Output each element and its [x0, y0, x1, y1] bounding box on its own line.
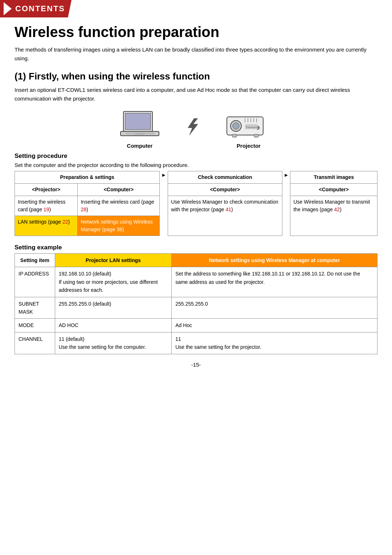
flow-computer-row1: Inserting the wireless card (page 28)	[78, 196, 160, 216]
proj-page19: 19	[44, 207, 49, 212]
page-title: Wireless function preparation	[15, 24, 377, 40]
proj-page22: 22	[62, 219, 68, 225]
example-projector-3: 11 (default) Use the same setting for th…	[55, 332, 171, 354]
svg-rect-1	[125, 113, 151, 130]
example-col-network-header: Network settings using Wireless Manager …	[172, 254, 377, 267]
section1-intro: Insert an optional ET-CDWL1 series wirel…	[15, 86, 377, 103]
flow-arrow1: ►	[160, 171, 168, 236]
flow-col1-header: Preparation & settings	[15, 171, 160, 184]
diagram-computer: Computer	[120, 110, 160, 149]
table-row: CHANNEL11 (default) Use the same setting…	[15, 332, 377, 354]
svg-rect-15	[254, 134, 258, 137]
flow-col3-header: Transmit images	[290, 171, 377, 184]
contents-arrow-icon	[4, 2, 12, 15]
example-network-3: 11 Use the same setting for the projecto…	[172, 332, 377, 354]
flow-projector-row2: LAN settings (page 22)	[15, 216, 78, 236]
svg-point-7	[233, 123, 239, 129]
example-item-2: MODE	[15, 319, 55, 332]
transmit-page42: 42	[334, 207, 340, 212]
computer-label: Computer	[127, 143, 153, 149]
example-projector-1: 255.255.255.0 (default)	[55, 297, 171, 319]
intro-text: The methods of transferring images using…	[15, 45, 377, 63]
page-number: -15-	[15, 362, 377, 368]
table-row: SUBNET MASK255.255.255.0 (default)255.25…	[15, 297, 377, 319]
table-row: IP ADDRESS192.168.10.10 (default) If usi…	[15, 267, 377, 297]
example-projector-2: AD HOC	[55, 319, 171, 332]
section1-title: (1) Firstly, when using the wireless fun…	[15, 71, 377, 82]
example-item-0: IP ADDRESS	[15, 267, 55, 297]
table-row: MODEAD HOCAd Hoc	[15, 319, 377, 332]
svg-rect-14	[232, 134, 237, 137]
svg-rect-4	[135, 133, 144, 135]
example-item-1: SUBNET MASK	[15, 297, 55, 319]
flow-col2-sub: <Computer>	[168, 184, 282, 196]
setting-procedure-title: Setting procedure	[15, 152, 377, 160]
diagram-area: Computer	[15, 110, 377, 149]
diagram-projector: Panasonic Projector	[225, 110, 272, 149]
example-col-item-header: Setting item	[15, 254, 55, 267]
svg-text:Panasonic: Panasonic	[246, 126, 260, 129]
flow-col2-content: Use Wireless Manager to check communicat…	[168, 196, 282, 236]
computer-icon	[120, 110, 160, 140]
flow-projector-row1: Inserting the wireless card (page 19)	[15, 196, 78, 216]
flow-table: Preparation & settings ► Check communica…	[15, 171, 377, 236]
example-network-2: Ad Hoc	[172, 319, 377, 332]
flow-projector-sub: <Projector>	[15, 184, 78, 196]
example-projector-0: 192.168.10.10 (default) If using two or …	[55, 267, 171, 297]
flow-col3-content: Use Wireless Manager to transmit the ima…	[290, 196, 377, 236]
example-item-3: CHANNEL	[15, 332, 55, 354]
setting-example-title: Setting example	[15, 244, 377, 251]
flow-computer-sub: <Computer>	[78, 184, 160, 196]
flow-col2-header: Check communication	[168, 171, 282, 184]
contents-label: CONTENTS	[15, 4, 65, 13]
projector-icon: Panasonic	[225, 110, 272, 140]
flow-computer-row2: Network settings using Wireless Manager …	[78, 216, 160, 236]
comp-page28: 28	[81, 207, 86, 212]
setting-example-table: Setting item Projector LAN settings Netw…	[15, 253, 377, 354]
example-network-0: Set the address to something like 192.16…	[172, 267, 377, 297]
flow-col3-sub: <Computer>	[290, 184, 377, 196]
example-col-projector-header: Projector LAN settings	[55, 254, 171, 267]
lightning-icon	[181, 118, 203, 139]
projector-label: Projector	[237, 143, 261, 149]
example-network-1: 255.255.255.0	[172, 297, 377, 319]
check-page41: 41	[225, 207, 231, 212]
flow-arrow2: ►	[282, 171, 290, 236]
procedure-text: Set the computer and the projector accor…	[15, 162, 377, 168]
contents-banner: CONTENTS	[0, 0, 72, 17]
